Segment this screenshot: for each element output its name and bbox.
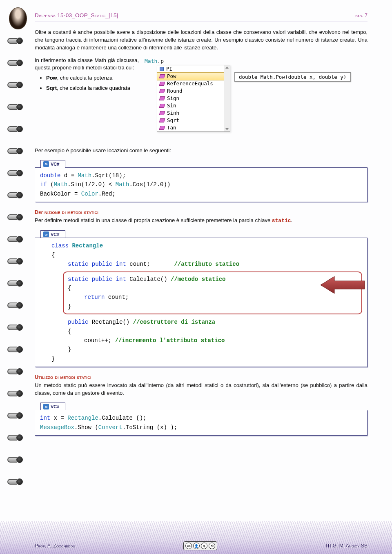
footer-author: Prof. A. Zoccheddu [35, 543, 75, 549]
method-icon [159, 126, 165, 130]
usage-paragraph: Un metodo static può essere invocato sia… [35, 382, 368, 397]
code-block-1: double d = Math.Sqrt(18); if (Math.Sin(1… [35, 167, 368, 202]
spiral-ring [7, 301, 24, 308]
method-icon [159, 89, 165, 93]
intellisense-column: Math.p PI Pow ReferenceEquals Round Sign… [145, 57, 368, 145]
code-tab-vcsharp: ∞VC# [40, 403, 65, 410]
code-tab-vcsharp: ∞VC# [40, 230, 65, 238]
page-header: Dispensa 15-03_OOP_Static_[15] pag. 7 [35, 12, 368, 21]
method-icon [159, 96, 165, 100]
typed-suffix: .p [157, 58, 164, 64]
dropdown-item-sinh[interactable]: Sinh [157, 109, 230, 117]
spiral-ring [7, 434, 24, 440]
dropdown-label: Tan [167, 125, 176, 131]
intellisense-dropdown[interactable]: PI Pow ReferenceEquals Round Sign Sin Si… [157, 65, 230, 132]
spiral-ring [7, 213, 24, 220]
method-icon [159, 74, 165, 78]
vc-tab-label: VC# [51, 162, 59, 167]
spiral-ring [7, 37, 24, 43]
math-intro-text: In riferimento alla classe Math già disc… [35, 57, 139, 71]
math-text-column: In riferimento alla classe Math già disc… [35, 57, 139, 145]
method-icon [159, 104, 165, 108]
bullet-pow-name: Pow [46, 75, 57, 81]
vc-tab-label: VC# [51, 232, 59, 237]
author-portrait [9, 7, 27, 29]
infinity-icon: ∞ [43, 404, 49, 409]
spiral-ring [7, 257, 24, 264]
typed-class: Math [145, 58, 157, 64]
spiral-ring [7, 478, 24, 484]
callout-arrow-icon [321, 276, 365, 294]
bullet-sqrt-desc: , che calcola la radice quadrata [57, 85, 130, 91]
spiral-ring [7, 367, 24, 374]
cc-nc-icon: $ [201, 543, 207, 549]
dropdown-label: Pow [167, 73, 176, 79]
code-block-3: int x = Rectangle.Calculate (); MessageB… [35, 410, 368, 436]
intellisense-popup: Math.p PI Pow ReferenceEquals Round Sign… [145, 57, 345, 145]
spiral-ring [7, 345, 24, 352]
dropdown-item-referenceequals[interactable]: ReferenceEquals [157, 80, 230, 87]
document-page: Dispensa 15-03_OOP_Static_[15] pag. 7 Ol… [0, 0, 392, 554]
keyword-static: static [272, 218, 291, 224]
spiral-ring [7, 191, 24, 198]
example-intro: Per esempio è possibile usare locazioni … [35, 147, 368, 155]
code-tab-vcsharp: ∞VC# [40, 160, 65, 168]
spiral-ring [7, 81, 24, 87]
header-divider [35, 21, 368, 22]
dropdown-item-round[interactable]: Round [157, 87, 230, 95]
svg-marker-0 [321, 276, 365, 294]
bullet-sqrt-name: Sqrt [46, 85, 57, 91]
infinity-icon: ∞ [43, 161, 49, 167]
method-icon [159, 118, 165, 122]
dropdown-item-pow[interactable]: Pow [157, 72, 230, 80]
intro-paragraph: Oltre a costanti è anche possibile avere… [35, 29, 368, 52]
dropdown-label: Sin [167, 102, 176, 109]
section-heading-definition: Definizione di metodi statici [35, 209, 368, 215]
page-footer: Prof. A. Zoccheddu cc 👤 $ ⟲ ITI G. M. An… [0, 521, 392, 554]
cc-license-badge: cc 👤 $ ⟲ [183, 541, 217, 550]
intellisense-tooltip: double Math.Pow(double x, double y) [234, 72, 351, 82]
bullet-pow: Pow, che calcola la potenza [46, 74, 139, 82]
spiral-ring [7, 412, 24, 418]
method-icon [159, 111, 165, 115]
dropdown-label: Sqrt [167, 117, 179, 123]
bullet-pow-desc: , che calcola la potenza [57, 75, 113, 81]
bullet-sqrt: Sqrt, che calcola la radice quadrata [46, 85, 139, 92]
header-page-number: pag. 7 [355, 13, 368, 18]
method-icon [159, 82, 165, 86]
vc-tab-label: VC# [51, 404, 59, 409]
code-block-2: class Rectangle { static public int coun… [35, 238, 368, 367]
definition-paragraph: Per definire metodi statici in una class… [35, 217, 368, 225]
spiral-ring [7, 59, 24, 65]
math-section: In riferimento alla classe Math già disc… [35, 57, 368, 145]
footer-school: ITI G. M. Angioy SS [326, 543, 368, 549]
dropdown-item-tan[interactable]: Tan [157, 124, 230, 131]
spiral-ring [7, 456, 24, 462]
dropdown-item-sin[interactable]: Sin [157, 102, 230, 109]
spiral-ring [7, 235, 24, 242]
section-heading-usage: Utilizzo di metodi statici [35, 374, 368, 380]
spiral-ring [7, 279, 24, 286]
dropdown-item-sign[interactable]: Sign [157, 95, 230, 102]
spiral-ring [7, 169, 24, 176]
dropdown-label: PI [166, 66, 172, 72]
spiral-ring [7, 147, 24, 154]
typed-code: Math.p [145, 58, 167, 64]
method-bullet-list: Pow, che calcola la potenza Sqrt, che ca… [35, 74, 139, 92]
dropdown-label: Sinh [167, 110, 179, 116]
cc-by-icon: 👤 [193, 543, 200, 549]
field-icon [160, 67, 164, 71]
dropdown-item-sqrt[interactable]: Sqrt [157, 117, 230, 124]
dropdown-scrollbar[interactable] [224, 65, 230, 131]
highlighted-method-frame: static public int Calculate() //metodo s… [63, 271, 362, 315]
spiral-ring [7, 389, 24, 396]
header-title: Dispensa 15-03_OOP_Static_[15] [35, 12, 118, 18]
dropdown-label: ReferenceEquals [167, 80, 213, 87]
cc-icon: cc [185, 543, 192, 549]
dropdown-item-pi[interactable]: PI [157, 65, 230, 73]
infinity-icon: ∞ [43, 231, 49, 237]
spiral-ring [7, 125, 24, 131]
dropdown-label: Sign [167, 95, 179, 101]
dropdown-label: Round [167, 88, 183, 94]
spiral-ring [7, 323, 24, 330]
